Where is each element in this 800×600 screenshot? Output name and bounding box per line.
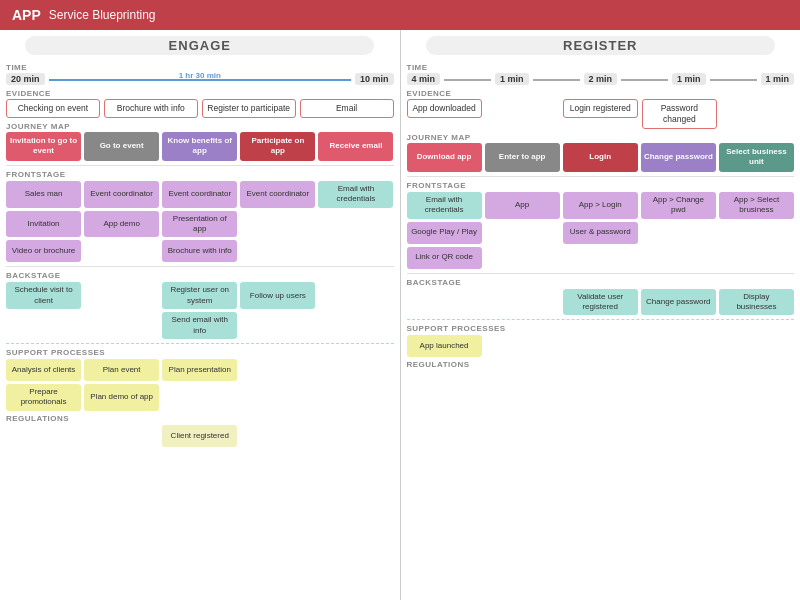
sp-1-5 — [318, 359, 393, 381]
bs-2-5 — [318, 312, 393, 339]
reg-evidence-5 — [721, 99, 794, 105]
time-line-long: 1 hr 30 min — [49, 79, 351, 80]
fs-2-1: Invitation — [6, 211, 81, 238]
fs-2-2: App demo — [84, 211, 159, 238]
reg-fs-3-4 — [641, 247, 716, 269]
reg-sp-1-5 — [719, 335, 794, 357]
fs-1-4: Event coordinator — [240, 181, 315, 208]
register-backstage-label: BACKSTAGE — [407, 278, 795, 287]
sp-2-2: Plan demo of app — [84, 384, 159, 411]
reg-journey-2: Enter to app — [485, 143, 560, 172]
engage-fs-row-3: Video or brochure Brochure with info — [6, 240, 394, 262]
time-line-label: 1 hr 30 min — [179, 71, 221, 80]
engage-journey-label: JOURNEY MAP — [6, 122, 394, 131]
register-frontstage-label: FRONTSTAGE — [407, 181, 795, 190]
fs-1-5: Email with credentials — [318, 181, 393, 208]
journey-4: Participate on app — [240, 132, 315, 161]
register-time-row: 4 min 1 min 2 min 1 min 1 min — [407, 73, 795, 85]
engage-reg-row-1: Client registered — [6, 425, 394, 447]
divider-6 — [407, 319, 795, 320]
sp-2-3 — [162, 384, 237, 411]
reg-fs-3-5 — [719, 247, 794, 269]
fs-2-4 — [240, 211, 315, 238]
reg-journey-1: Download app — [407, 143, 482, 172]
register-title: REGISTER — [426, 36, 775, 55]
reg-time-4: 4 min — [407, 73, 441, 85]
sp-1-3: Plan presentation — [162, 359, 237, 381]
reg-fs-3-1: Link or QR code — [407, 247, 482, 269]
bs-1-1: Schedule visit to client — [6, 282, 81, 309]
reg-time-line-1 — [444, 79, 491, 80]
fs-2-3: Presentation of app — [162, 211, 237, 238]
reg-1-2 — [84, 425, 159, 447]
reg-fs-2-3: User & password — [563, 222, 638, 244]
time-10: 10 min — [355, 73, 394, 85]
reg-time-line-2 — [533, 79, 580, 80]
reg-fs-2-4 — [641, 222, 716, 244]
reg-time-1a: 1 min — [495, 73, 529, 85]
reg-bs-1-4: Change password — [641, 289, 716, 316]
bs-1-3: Register user on system — [162, 282, 237, 309]
reg-fs-1-3: App > Login — [563, 192, 638, 219]
reg-fs-1-5: App > Select brusiness — [719, 192, 794, 219]
register-regulations-label: REGULATIONS — [407, 360, 795, 369]
fs-2-5 — [318, 211, 393, 238]
register-evidence-label: EVIDENCE — [407, 89, 795, 98]
journey-1: Invitation to go to event — [6, 132, 81, 161]
register-bs-row-1: Validate user registered Change password… — [407, 289, 795, 316]
journey-3: Know benefits of app — [162, 132, 237, 161]
reg-evidence-2 — [486, 99, 559, 105]
reg-journey-3: Login — [563, 143, 638, 172]
evidence-3: Register to participate — [202, 99, 296, 118]
engage-fs-row-1: Sales man Event coordinator Event coordi… — [6, 181, 394, 208]
app-header: APP Service Blueprinting — [0, 0, 800, 30]
sp-2-1: Prepare promotionals — [6, 384, 81, 411]
reg-bs-1-5: Display businesses — [719, 289, 794, 316]
divider-4 — [407, 176, 795, 177]
fs-3-3: Brochure with info — [162, 240, 237, 262]
reg-fs-1-4: App > Change pwd — [641, 192, 716, 219]
register-fs-row-3: Link or QR code — [407, 247, 795, 269]
divider-2 — [6, 266, 394, 267]
engage-section: ENGAGE TIME 20 min 1 hr 30 min 10 min EV… — [0, 30, 401, 600]
bs-1-2 — [84, 282, 159, 309]
evidence-2: Brochure with info — [104, 99, 198, 118]
app-label: APP — [12, 7, 41, 23]
register-time-label: TIME — [407, 63, 795, 72]
fs-1-3: Event coordinator — [162, 181, 237, 208]
reg-time-1b: 1 min — [672, 73, 706, 85]
reg-sp-1-2 — [485, 335, 560, 357]
register-section: REGISTER TIME 4 min 1 min 2 min 1 min 1 … — [401, 30, 801, 600]
reg-time-2: 2 min — [584, 73, 618, 85]
time-20: 20 min — [6, 73, 45, 85]
reg-sp-1-3 — [563, 335, 638, 357]
engage-sp-row-2: Prepare promotionals Plan demo of app — [6, 384, 394, 411]
reg-fs-2-1: Google Play / Play — [407, 222, 482, 244]
sp-2-5 — [318, 384, 393, 411]
engage-regulations-label: REGULATIONS — [6, 414, 394, 423]
fs-3-2 — [84, 240, 159, 262]
bs-2-4 — [240, 312, 315, 339]
engage-support-label: SUPPORT PROCESSES — [6, 348, 394, 357]
main-content: ENGAGE TIME 20 min 1 hr 30 min 10 min EV… — [0, 30, 800, 600]
divider-1 — [6, 165, 394, 166]
reg-journey-4: Change password — [641, 143, 716, 172]
evidence-4: Email — [300, 99, 394, 118]
app-title: Service Blueprinting — [49, 8, 156, 22]
engage-bs-row-2: Send email with info — [6, 312, 394, 339]
reg-bs-1-2 — [485, 289, 560, 316]
reg-fs-2-5 — [719, 222, 794, 244]
reg-fs-3-3 — [563, 247, 638, 269]
engage-sp-row-1: Analysis of clients Plan event Plan pres… — [6, 359, 394, 381]
register-sp-row-1: App launched — [407, 335, 795, 357]
fs-1-2: Event coordinator — [84, 181, 159, 208]
engage-journey-row: Invitation to go to event Go to event Kn… — [6, 132, 394, 161]
reg-sp-1-1: App launched — [407, 335, 482, 357]
reg-evidence-3: Login registered — [563, 99, 638, 118]
reg-1-5 — [318, 425, 393, 447]
divider-5 — [407, 273, 795, 274]
bs-1-5 — [318, 282, 393, 309]
engage-evidence-label: EVIDENCE — [6, 89, 394, 98]
journey-5: Receive email — [318, 132, 393, 161]
reg-fs-1-2: App — [485, 192, 560, 219]
